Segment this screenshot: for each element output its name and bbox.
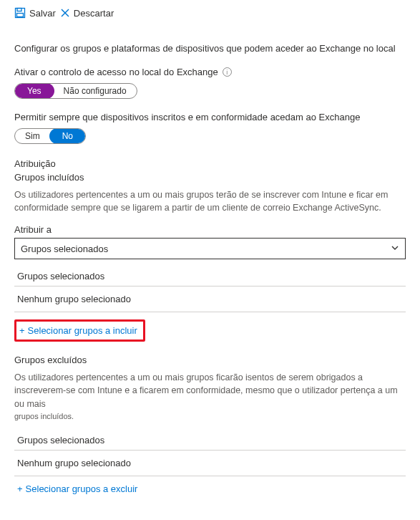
excluded-desc: Os utilizadores pertencentes a um ou mai…: [14, 371, 406, 410]
assign-to-select[interactable]: Grupos selecionados: [14, 238, 406, 259]
enable-control-no[interactable]: Não configurado: [54, 84, 137, 98]
select-groups-exclude-label: Selecionar grupos a excluir: [26, 483, 138, 494]
included-none-selected: Nenhum grupo selecionado: [14, 287, 406, 312]
included-selected-header: Grupos selecionados: [14, 266, 406, 287]
allow-compliant-yes[interactable]: Sim: [15, 129, 50, 143]
svg-rect-1: [17, 9, 21, 11]
included-desc: Os utilizadores pertencentes a um ou mai…: [14, 188, 406, 214]
plus-icon: +: [17, 483, 23, 494]
toolbar: Salvar Descartar: [14, 7, 406, 26]
excluded-none-selected: Nenhum grupo selecionado: [14, 451, 406, 476]
allow-compliant-no[interactable]: No: [49, 128, 86, 144]
select-groups-exclude-link[interactable]: + Selecionar grupos a excluir: [14, 476, 406, 501]
enable-control-label: Ativar o controlo de acesso no local do …: [14, 67, 218, 77]
select-groups-include-label: Selecionar grupos a incluir: [28, 325, 137, 336]
assignment-heading: Atribuição: [14, 158, 406, 169]
close-icon: [60, 8, 70, 18]
discard-button[interactable]: Descartar: [60, 8, 114, 19]
enable-control-toggle[interactable]: Yes Não configurado: [14, 83, 137, 99]
allow-compliant-toggle[interactable]: Sim No: [14, 128, 86, 144]
save-icon: [14, 7, 26, 19]
enable-control-yes[interactable]: Yes: [14, 83, 54, 99]
excluded-desc-note: grupos incluídos.: [14, 412, 406, 420]
allow-compliant-label: Permitir sempre que dispositivos inscrit…: [14, 112, 360, 122]
save-label: Salvar: [29, 8, 56, 19]
page-intro: Configurar os grupos e plataformas de di…: [14, 43, 406, 54]
svg-rect-2: [17, 14, 24, 17]
excluded-selected-header: Grupos selecionados: [14, 430, 406, 451]
discard-label: Descartar: [74, 8, 114, 19]
plus-icon: +: [19, 325, 25, 336]
chevron-down-icon: [391, 243, 399, 254]
assign-to-label: Atribuir a: [14, 224, 406, 235]
assign-to-value: Grupos selecionados: [21, 244, 108, 254]
info-icon[interactable]: i: [223, 67, 232, 77]
include-highlight: + Selecionar grupos a incluir: [14, 319, 145, 342]
select-groups-include-link[interactable]: + Selecionar grupos a incluir: [18, 324, 137, 337]
excluded-heading: Grupos excluídos: [14, 355, 406, 365]
included-heading: Grupos incluídos: [14, 172, 406, 183]
save-button[interactable]: Salvar: [14, 7, 56, 19]
